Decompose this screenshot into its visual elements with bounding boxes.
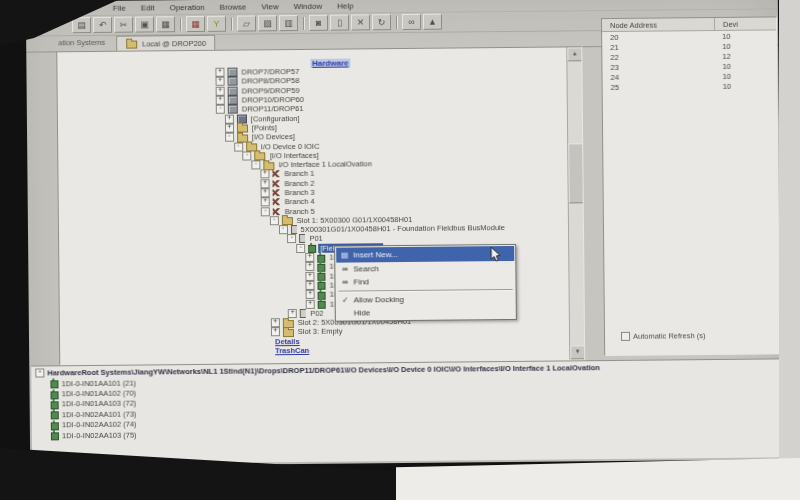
undo-icon[interactable]: ↶ [93,17,112,33]
select-icon[interactable]: ▯ [330,15,349,31]
expand-icon[interactable]: + [288,309,297,318]
device-icon [51,412,59,420]
device-name: 1DI-0-IN01AA103 (72) [62,399,137,409]
branch-icon [272,171,280,178]
tree-node-label: P02 [308,309,325,318]
expand-icon[interactable]: + [306,299,315,308]
tree-node-label: I/O Interface 1 LocalOvation [277,159,374,169]
device-icon [51,432,59,440]
device-name: 1DI-0-IN02AA103 (75) [62,430,137,440]
photo-background-bottom [396,458,800,500]
branch-icon [273,189,281,196]
collapse-icon[interactable]: - [35,368,44,377]
menu-view[interactable]: View [260,2,279,11]
tree-node-label: Branch 1 [282,169,316,178]
node-address-cell: 21 [602,42,714,52]
automatic-refresh-label: Automatic Refresh (s) [633,331,706,341]
insert-new-icon: ▦ [338,251,351,260]
tree-scrollbar[interactable]: ▲ ▼ [566,47,584,359]
menu-browse[interactable]: Browse [219,2,248,11]
tree-node-label: [I/O Devices] [250,132,297,141]
tab-label: Local @ DROP200 [142,38,206,48]
checkbox-icon[interactable] [621,332,630,341]
tree-node-label: Branch 3 [283,188,317,197]
results-panel: - HardwareRoot Systems\JiangYW\Networks\… [31,358,780,464]
collapse-icon[interactable]: - [287,235,296,244]
cut-icon[interactable]: ✂ [114,17,133,33]
filter-icon[interactable]: Y [207,16,226,32]
tree-node-label: [Points] [250,123,279,132]
scroll-up-icon[interactable]: ▲ [567,47,582,61]
expand-icon[interactable]: + [271,328,280,337]
node-address-cell: 25 [603,82,715,92]
camera-icon[interactable]: ◙ [309,15,328,31]
scrollbar-thumb[interactable] [568,143,584,203]
menu-item-insert-new[interactable]: ▦Insert New... [336,246,514,263]
menu-file[interactable]: File [112,3,127,12]
device-cell: 10 [714,41,730,50]
tree-node-label: DROP8/DROP58 [240,76,302,86]
collapse-icon[interactable]: - [243,151,252,160]
tree-node-label: I/O Device 0 IOIC [259,141,322,151]
branch-icon [273,180,281,187]
menu-edit[interactable]: Edit [140,3,156,12]
device-icon [51,401,59,409]
copy-icon[interactable]: ▣ [135,16,154,32]
scroll-down-icon[interactable]: ▼ [570,345,585,359]
node-address-cell: 20 [602,32,714,42]
collapse-icon[interactable]: - [296,244,305,253]
node-table-rows: 201021102212231024102510 [602,30,777,92]
collapse-icon[interactable]: - [216,105,225,114]
node-address-panel: Node AddressDevi 20102110221223102410251… [601,16,780,356]
device-icon [51,422,59,430]
folder-icon [283,329,294,337]
drop-icon [228,86,238,95]
delete-icon[interactable]: ✕ [351,14,370,30]
menu-window[interactable]: Window [293,1,324,10]
collapse-icon[interactable]: - [234,142,243,151]
tree-node-label: DROP9/DROP59 [240,86,302,96]
drop-icon [227,68,237,77]
menu-item-label: Allow Docking [354,295,404,304]
menu-item-hide[interactable]: Hide [337,305,515,320]
copy-item-icon[interactable]: ▥ [279,15,298,31]
folder-icon [282,217,293,225]
branch-icon [273,208,281,215]
menu-item-label: Hide [354,308,371,317]
device-icon [318,301,326,309]
ovation-apps-icon[interactable]: ▦ [186,16,205,32]
tree-node-label: Branch 5 [283,206,317,215]
column-header-devi[interactable]: Devi [715,17,776,30]
tree-node-label: [I/O Interfaces] [268,151,321,161]
tree-node-label: P01 [307,234,324,243]
refresh-icon[interactable]: ↻ [372,14,391,30]
details-link[interactable]: Details [273,337,302,346]
collapse-icon[interactable]: - [225,133,234,142]
collapse-icon[interactable]: - [261,207,270,216]
device-cell: 10 [715,81,731,90]
menu-item-find[interactable]: ∞Find [336,274,514,289]
column-header-node-address[interactable]: Node Address [602,18,715,31]
photo-background-right [779,0,800,462]
bookmark-icon[interactable]: ▲ [423,14,442,30]
table-row[interactable]: 2510 [603,80,777,92]
collapse-icon[interactable]: - [252,160,261,169]
expand-icon[interactable]: + [306,290,315,299]
binoculars-icon: ∞ [338,278,351,287]
collapse-icon[interactable]: - [270,216,279,225]
menu-operation[interactable]: Operation [168,2,205,11]
automatic-refresh-checkbox[interactable]: Automatic Refresh (s) [621,331,706,341]
menu-item-label: Find [353,277,369,286]
module-icon [300,309,306,318]
collapse-icon[interactable]: - [279,225,288,234]
binoculars-icon: ∞ [338,265,351,274]
binoculars-icon[interactable]: ∞ [402,14,421,30]
paste-icon[interactable]: ▦ [156,16,175,32]
expand-icon[interactable]: + [261,198,270,207]
menu-help[interactable]: Help [336,1,355,10]
import-icon[interactable]: ▨ [258,15,277,31]
open-icon[interactable]: ▱ [237,15,256,31]
toolbar-separator [180,18,181,31]
device-icon [50,381,58,389]
trashcan-link[interactable]: TrashCan [273,346,311,355]
